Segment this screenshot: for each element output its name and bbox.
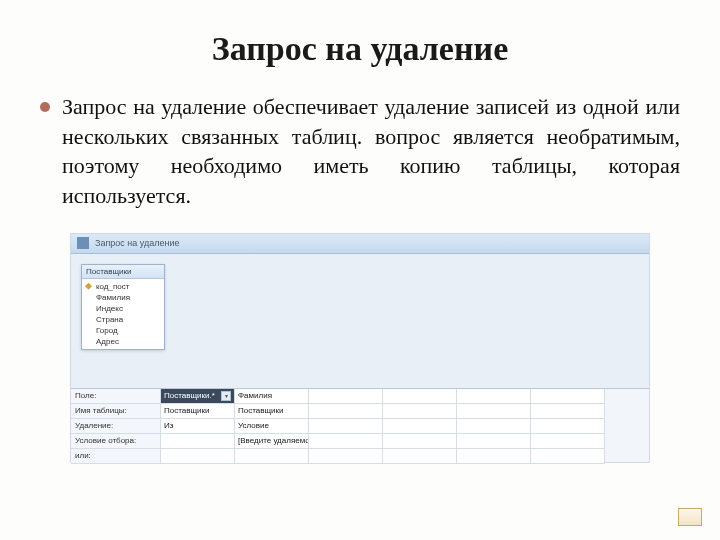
field-item[interactable]: Адрес — [82, 336, 164, 347]
grid-cell-delete[interactable]: Условие — [235, 419, 308, 434]
row-header-field: Поле: — [71, 389, 161, 404]
row-header-or: или: — [71, 449, 161, 464]
grid-cell-criteria[interactable]: [Введите удаляемого] — [235, 434, 308, 449]
window-titlebar: Запрос на удаление — [71, 234, 649, 254]
grid-column-2[interactable]: Фамилия Поставщики Условие [Введите удал… — [235, 389, 309, 464]
row-header-delete: Удаление: — [71, 419, 161, 434]
grid-cell-or[interactable] — [161, 449, 234, 464]
field-item[interactable]: код_пост — [82, 281, 164, 292]
row-header-table: Имя таблицы: — [71, 404, 161, 419]
design-grid: Поле: Имя таблицы: Удаление: Условие отб… — [71, 389, 649, 464]
field-item[interactable]: Город — [82, 325, 164, 336]
field-item[interactable]: Страна — [82, 314, 164, 325]
grid-column-empty[interactable] — [457, 389, 531, 464]
grid-cell-delete[interactable]: Из — [161, 419, 234, 434]
row-header-criteria: Условие отбора: — [71, 434, 161, 449]
fieldlist-items: код_пост Фамилия Индекс Страна Город Адр… — [82, 279, 164, 349]
grid-cell-table[interactable]: Поставщики — [161, 404, 234, 419]
grid-cell-criteria[interactable] — [161, 434, 234, 449]
app-icon — [77, 237, 89, 249]
grid-cell-table[interactable]: Поставщики — [235, 404, 308, 419]
field-item[interactable]: Фамилия — [82, 292, 164, 303]
field-item[interactable]: Индекс — [82, 303, 164, 314]
slide-title: Запрос на удаление — [40, 30, 680, 68]
chevron-down-icon[interactable]: ▾ — [221, 391, 231, 401]
grid-cell-field[interactable]: Фамилия — [235, 389, 308, 404]
grid-column-empty[interactable] — [531, 389, 605, 464]
grid-column-1[interactable]: Поставщики.*▾ Поставщики Из — [161, 389, 235, 464]
bullet-icon — [40, 102, 50, 112]
body-paragraph: Запрос на удаление обеспечивает удаление… — [62, 92, 680, 211]
embedded-screenshot: Запрос на удаление Поставщики код_пост Ф… — [70, 233, 650, 463]
grid-cell-or[interactable] — [235, 449, 308, 464]
window-title: Запрос на удаление — [95, 238, 180, 248]
table-fieldlist[interactable]: Поставщики код_пост Фамилия Индекс Стран… — [81, 264, 165, 350]
design-top-pane: Поставщики код_пост Фамилия Индекс Стран… — [71, 254, 649, 389]
grid-column-empty[interactable] — [383, 389, 457, 464]
grid-row-headers: Поле: Имя таблицы: Удаление: Условие отб… — [71, 389, 161, 464]
grid-column-empty[interactable] — [309, 389, 383, 464]
fieldlist-header: Поставщики — [82, 265, 164, 279]
grid-cell-field[interactable]: Поставщики.*▾ — [161, 389, 234, 404]
